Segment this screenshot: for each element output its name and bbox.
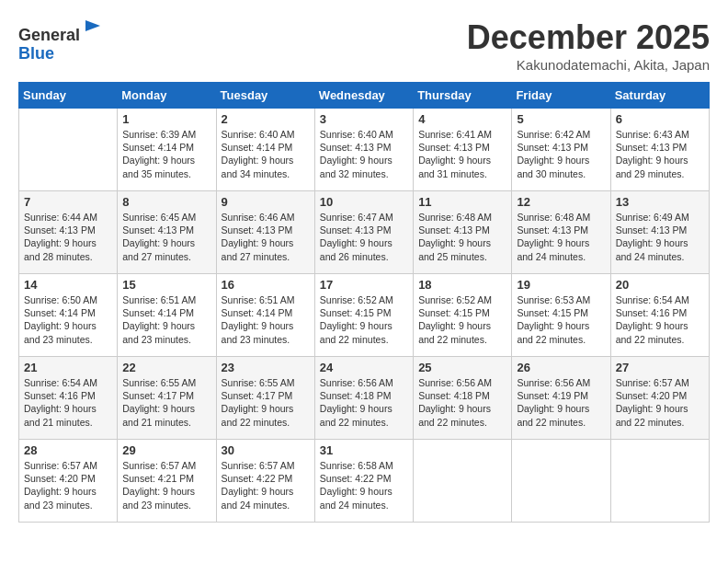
day-info: Sunrise: 6:45 AMSunset: 4:13 PMDaylight:… bbox=[122, 211, 210, 263]
calendar-cell: 9Sunrise: 6:46 AMSunset: 4:13 PMDaylight… bbox=[216, 191, 314, 274]
day-info: Sunrise: 6:46 AMSunset: 4:13 PMDaylight:… bbox=[222, 211, 310, 263]
day-info: Sunrise: 6:54 AMSunset: 4:16 PMDaylight:… bbox=[24, 376, 112, 429]
day-info: Sunrise: 6:39 AMSunset: 4:14 PMDaylight:… bbox=[122, 128, 210, 180]
calendar-cell: 19Sunrise: 6:53 AMSunset: 4:15 PMDayligh… bbox=[512, 274, 610, 357]
calendar-cell: 3Sunrise: 6:40 AMSunset: 4:13 PMDaylight… bbox=[314, 109, 413, 191]
day-info: Sunrise: 6:42 AMSunset: 4:13 PMDaylight:… bbox=[517, 128, 605, 180]
day-number: 7 bbox=[24, 195, 112, 209]
weekday-header-tuesday: Tuesday bbox=[216, 83, 314, 109]
calendar-week-4: 21Sunrise: 6:54 AMSunset: 4:16 PMDayligh… bbox=[19, 357, 710, 440]
calendar-cell: 13Sunrise: 6:49 AMSunset: 4:13 PMDayligh… bbox=[610, 191, 709, 274]
day-number: 3 bbox=[320, 112, 408, 126]
calendar-cell: 25Sunrise: 6:56 AMSunset: 4:18 PMDayligh… bbox=[414, 357, 512, 440]
day-info: Sunrise: 6:54 AMSunset: 4:16 PMDaylight:… bbox=[616, 293, 704, 346]
calendar-subtitle: Kakunodatemachi, Akita, Japan bbox=[467, 57, 710, 73]
calendar-cell: 18Sunrise: 6:52 AMSunset: 4:15 PMDayligh… bbox=[414, 274, 512, 357]
weekday-header-sunday: Sunday bbox=[19, 83, 118, 109]
day-number: 24 bbox=[320, 361, 408, 374]
day-info: Sunrise: 6:55 AMSunset: 4:17 PMDaylight:… bbox=[122, 376, 210, 429]
day-info: Sunrise: 6:55 AMSunset: 4:17 PMDaylight:… bbox=[222, 376, 310, 429]
logo-blue: Blue bbox=[18, 44, 54, 63]
day-number: 19 bbox=[517, 278, 605, 292]
day-number: 29 bbox=[122, 443, 210, 457]
day-number: 20 bbox=[616, 278, 704, 292]
day-number: 2 bbox=[222, 112, 310, 126]
calendar-cell bbox=[610, 440, 709, 523]
calendar-cell bbox=[19, 109, 118, 191]
calendar-table: SundayMondayTuesdayWednesdayThursdayFrid… bbox=[18, 82, 710, 523]
day-number: 30 bbox=[222, 443, 310, 457]
day-info: Sunrise: 6:44 AMSunset: 4:13 PMDaylight:… bbox=[24, 211, 112, 263]
day-info: Sunrise: 6:50 AMSunset: 4:14 PMDaylight:… bbox=[24, 293, 112, 346]
day-number: 4 bbox=[418, 112, 506, 126]
calendar-cell bbox=[414, 440, 512, 523]
calendar-cell: 6Sunrise: 6:43 AMSunset: 4:13 PMDaylight… bbox=[610, 109, 709, 191]
calendar-cell: 8Sunrise: 6:45 AMSunset: 4:13 PMDaylight… bbox=[118, 191, 216, 274]
day-info: Sunrise: 6:40 AMSunset: 4:14 PMDaylight:… bbox=[222, 128, 310, 180]
day-number: 25 bbox=[418, 361, 506, 374]
calendar-cell: 21Sunrise: 6:54 AMSunset: 4:16 PMDayligh… bbox=[19, 357, 118, 440]
day-number: 17 bbox=[320, 278, 408, 292]
weekday-header-row: SundayMondayTuesdayWednesdayThursdayFrid… bbox=[19, 83, 710, 109]
day-info: Sunrise: 6:47 AMSunset: 4:13 PMDaylight:… bbox=[320, 211, 408, 263]
calendar-title: December 2025 bbox=[467, 18, 710, 57]
day-info: Sunrise: 6:56 AMSunset: 4:18 PMDaylight:… bbox=[418, 376, 506, 429]
day-number: 5 bbox=[517, 112, 605, 126]
day-number: 10 bbox=[320, 195, 408, 209]
day-number: 27 bbox=[616, 361, 704, 374]
calendar-cell bbox=[512, 440, 610, 523]
day-info: Sunrise: 6:52 AMSunset: 4:15 PMDaylight:… bbox=[320, 293, 408, 346]
calendar-week-5: 28Sunrise: 6:57 AMSunset: 4:20 PMDayligh… bbox=[19, 440, 710, 523]
day-number: 8 bbox=[122, 195, 210, 209]
logo-flag-icon bbox=[82, 18, 104, 40]
day-number: 11 bbox=[418, 195, 506, 209]
weekday-header-saturday: Saturday bbox=[610, 83, 709, 109]
calendar-cell: 11Sunrise: 6:48 AMSunset: 4:13 PMDayligh… bbox=[414, 191, 512, 274]
calendar-cell: 29Sunrise: 6:57 AMSunset: 4:21 PMDayligh… bbox=[118, 440, 216, 523]
day-info: Sunrise: 6:43 AMSunset: 4:13 PMDaylight:… bbox=[616, 128, 704, 180]
calendar-cell: 17Sunrise: 6:52 AMSunset: 4:15 PMDayligh… bbox=[314, 274, 413, 357]
day-number: 15 bbox=[122, 278, 210, 292]
calendar-cell: 10Sunrise: 6:47 AMSunset: 4:13 PMDayligh… bbox=[314, 191, 413, 274]
day-info: Sunrise: 6:48 AMSunset: 4:13 PMDaylight:… bbox=[517, 211, 605, 263]
day-info: Sunrise: 6:57 AMSunset: 4:21 PMDaylight:… bbox=[122, 459, 210, 511]
calendar-week-3: 14Sunrise: 6:50 AMSunset: 4:14 PMDayligh… bbox=[19, 274, 710, 357]
day-info: Sunrise: 6:48 AMSunset: 4:13 PMDaylight:… bbox=[418, 211, 506, 263]
calendar-cell: 16Sunrise: 6:51 AMSunset: 4:14 PMDayligh… bbox=[216, 274, 314, 357]
calendar-cell: 12Sunrise: 6:48 AMSunset: 4:13 PMDayligh… bbox=[512, 191, 610, 274]
calendar-cell: 5Sunrise: 6:42 AMSunset: 4:13 PMDaylight… bbox=[512, 109, 610, 191]
calendar-cell: 22Sunrise: 6:55 AMSunset: 4:17 PMDayligh… bbox=[118, 357, 216, 440]
weekday-header-monday: Monday bbox=[118, 83, 216, 109]
calendar-cell: 31Sunrise: 6:58 AMSunset: 4:22 PMDayligh… bbox=[314, 440, 413, 523]
day-info: Sunrise: 6:52 AMSunset: 4:15 PMDaylight:… bbox=[418, 293, 506, 346]
day-number: 18 bbox=[418, 278, 506, 292]
calendar-cell: 26Sunrise: 6:56 AMSunset: 4:19 PMDayligh… bbox=[512, 357, 610, 440]
logo: General Blue bbox=[18, 18, 104, 63]
page-header: General Blue December 2025 Kakunodatemac… bbox=[18, 18, 710, 73]
day-number: 21 bbox=[24, 361, 112, 374]
day-number: 28 bbox=[24, 443, 112, 457]
day-info: Sunrise: 6:51 AMSunset: 4:14 PMDaylight:… bbox=[222, 293, 310, 346]
day-number: 22 bbox=[122, 361, 210, 374]
day-info: Sunrise: 6:53 AMSunset: 4:15 PMDaylight:… bbox=[517, 293, 605, 346]
calendar-cell: 7Sunrise: 6:44 AMSunset: 4:13 PMDaylight… bbox=[19, 191, 118, 274]
day-info: Sunrise: 6:57 AMSunset: 4:22 PMDaylight:… bbox=[222, 459, 310, 511]
day-info: Sunrise: 6:57 AMSunset: 4:20 PMDaylight:… bbox=[616, 376, 704, 429]
calendar-cell: 1Sunrise: 6:39 AMSunset: 4:14 PMDaylight… bbox=[118, 109, 216, 191]
weekday-header-thursday: Thursday bbox=[414, 83, 512, 109]
calendar-cell: 2Sunrise: 6:40 AMSunset: 4:14 PMDaylight… bbox=[216, 109, 314, 191]
day-info: Sunrise: 6:40 AMSunset: 4:13 PMDaylight:… bbox=[320, 128, 408, 180]
calendar-cell: 20Sunrise: 6:54 AMSunset: 4:16 PMDayligh… bbox=[610, 274, 709, 357]
calendar-cell: 23Sunrise: 6:55 AMSunset: 4:17 PMDayligh… bbox=[216, 357, 314, 440]
day-number: 1 bbox=[122, 112, 210, 126]
weekday-header-wednesday: Wednesday bbox=[314, 83, 413, 109]
calendar-cell: 30Sunrise: 6:57 AMSunset: 4:22 PMDayligh… bbox=[216, 440, 314, 523]
day-info: Sunrise: 6:56 AMSunset: 4:18 PMDaylight:… bbox=[320, 376, 408, 429]
calendar-cell: 4Sunrise: 6:41 AMSunset: 4:13 PMDaylight… bbox=[414, 109, 512, 191]
calendar-week-1: 1Sunrise: 6:39 AMSunset: 4:14 PMDaylight… bbox=[19, 109, 710, 191]
day-number: 9 bbox=[222, 195, 310, 209]
day-number: 14 bbox=[24, 278, 112, 292]
title-block: December 2025 Kakunodatemachi, Akita, Ja… bbox=[467, 18, 710, 73]
day-info: Sunrise: 6:51 AMSunset: 4:14 PMDaylight:… bbox=[122, 293, 210, 346]
day-info: Sunrise: 6:56 AMSunset: 4:19 PMDaylight:… bbox=[517, 376, 605, 429]
